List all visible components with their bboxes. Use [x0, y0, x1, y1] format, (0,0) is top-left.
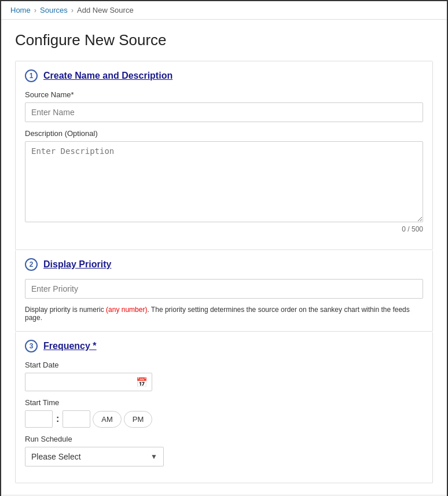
main-content: Configure New Source 1 Create Name and D… — [1, 20, 447, 495]
section1-body: Source Name Description (Optional) 0 / 5… — [16, 90, 432, 249]
run-schedule-label: Run Schedule — [25, 435, 423, 443]
pm-button[interactable]: PM — [124, 411, 153, 428]
start-time-group: Start Time 12 : 59 AM PM — [25, 398, 423, 428]
chevron-down-icon: ▼ — [150, 453, 157, 461]
am-button[interactable]: AM — [93, 411, 122, 428]
priority-note-highlight: (any number) — [106, 306, 147, 314]
section1-title: Create Name and Description — [43, 71, 172, 81]
page-title: Configure New Source — [15, 31, 433, 49]
breadcrumb-sources[interactable]: Sources — [40, 6, 68, 14]
run-schedule-value: Please Select — [31, 452, 81, 461]
time-minutes-input[interactable]: 59 — [63, 410, 90, 428]
time-separator: : — [55, 414, 60, 424]
breadcrumb-home[interactable]: Home — [10, 6, 31, 14]
section2-header: 2 Display Priority — [16, 250, 432, 279]
source-name-input[interactable] — [25, 102, 423, 122]
priority-note: Display priority is numeric (any number)… — [25, 306, 423, 322]
section3-number: 3 — [25, 340, 38, 352]
section1-header: 1 Create Name and Description — [16, 61, 432, 90]
section2-number: 2 — [25, 258, 38, 271]
source-name-label: Source Name — [25, 90, 423, 99]
run-schedule-group: Run Schedule Please Select ▼ — [25, 435, 423, 466]
section2-body: Display priority is numeric (any number)… — [16, 279, 432, 331]
start-time-label: Start Time — [25, 398, 423, 407]
start-date-label: Start Date — [25, 361, 423, 369]
section-create-name: 1 Create Name and Description Source Nam… — [15, 61, 433, 250]
description-label: Description (Optional) — [25, 129, 423, 138]
priority-note-before: Display priority is numeric — [25, 306, 106, 314]
section-frequency: 3 Frequency * Start Date 📅 Start Time 12 — [15, 332, 433, 483]
start-date-group: Start Date 📅 — [25, 361, 423, 391]
time-hours-input[interactable]: 12 — [25, 410, 53, 428]
section3-header: 3 Frequency * — [16, 332, 432, 361]
section1-number: 1 — [25, 69, 38, 82]
section3-body: Start Date 📅 Start Time 12 : 59 AM PM — [16, 361, 432, 483]
section2-title: Display Priority — [43, 259, 111, 270]
section-display-priority: 2 Display Priority Display priority is n… — [15, 250, 433, 332]
date-input-wrap: 📅 — [25, 373, 152, 391]
breadcrumb-current: Add New Source — [77, 6, 134, 14]
description-input[interactable] — [25, 141, 423, 222]
breadcrumb: Home › Sources › Add New Source — [1, 1, 447, 20]
run-schedule-select[interactable]: Please Select ▼ — [25, 447, 164, 466]
char-count: 0 / 500 — [25, 225, 423, 233]
priority-input[interactable] — [25, 279, 423, 299]
time-row: 12 : 59 AM PM — [25, 410, 423, 428]
source-name-group: Source Name — [25, 90, 423, 122]
section3-title: Frequency * — [43, 341, 97, 351]
description-group: Description (Optional) 0 / 500 — [25, 129, 423, 233]
start-date-input[interactable] — [25, 373, 152, 391]
priority-group — [25, 279, 423, 299]
